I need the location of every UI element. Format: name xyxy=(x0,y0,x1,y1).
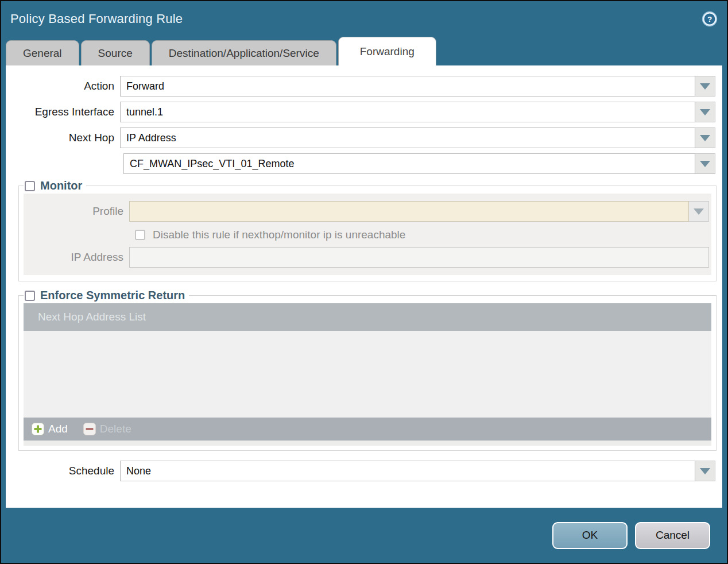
chevron-down-icon xyxy=(694,208,704,215)
profile-value xyxy=(129,201,689,222)
schedule-row: Schedule None xyxy=(6,461,722,481)
table-header: Next Hop Address List xyxy=(24,303,711,331)
enforce-title: Enforce Symmetric Return xyxy=(40,289,185,302)
ok-button[interactable]: OK xyxy=(552,522,628,549)
schedule-dropdown[interactable]: None xyxy=(120,461,715,481)
chevron-down-icon xyxy=(700,83,710,90)
next-hop-row: Next Hop IP Address xyxy=(6,128,722,148)
monitor-title: Monitor xyxy=(40,179,82,192)
enforce-symmetric-return-checkbox[interactable] xyxy=(25,291,35,301)
pbf-rule-dialog: Policy Based Forwarding Rule ? General S… xyxy=(0,0,728,564)
action-value: Forward xyxy=(120,76,695,96)
enforce-symmetric-return-section: Enforce Symmetric Return Next Hop Addres… xyxy=(18,289,717,451)
table-bottom-strip xyxy=(24,441,711,446)
help-icon[interactable]: ? xyxy=(702,11,718,27)
egress-interface-row: Egress Interface tunnel.1 xyxy=(6,102,722,122)
add-button[interactable]: Add xyxy=(32,423,68,435)
cancel-button[interactable]: Cancel xyxy=(635,522,710,549)
chevron-down-icon xyxy=(700,468,710,474)
monitor-panel: Profile Disable this rule if nexthop/mon… xyxy=(24,194,711,275)
monitor-legend: Monitor xyxy=(24,179,86,192)
monitor-ip-row: IP Address xyxy=(24,247,709,268)
dialog-footer: OK Cancel xyxy=(1,508,727,563)
schedule-value: None xyxy=(120,461,695,481)
tab-destination-application-service[interactable]: Destination/Application/Service xyxy=(152,40,336,65)
chevron-down-icon xyxy=(700,161,710,167)
next-hop-type-value: IP Address xyxy=(120,128,695,148)
action-label: Action xyxy=(6,80,120,92)
next-hop-type-dropdown-button[interactable] xyxy=(695,128,715,148)
forwarding-tab-panel: Action Forward Egress Interface tunnel.1… xyxy=(6,65,722,508)
enforce-legend: Enforce Symmetric Return xyxy=(24,289,189,302)
profile-row: Profile xyxy=(24,201,709,222)
delete-button-label: Delete xyxy=(100,423,131,435)
minus-icon xyxy=(83,423,96,435)
plus-icon xyxy=(32,423,44,435)
egress-interface-dropdown[interactable]: tunnel.1 xyxy=(120,102,715,122)
tab-bar: General Source Destination/Application/S… xyxy=(1,37,727,65)
add-button-label: Add xyxy=(48,423,68,435)
profile-dropdown xyxy=(129,201,709,222)
next-hop-address-dropdown-button[interactable] xyxy=(695,153,715,174)
table-toolbar: Add Delete xyxy=(24,418,711,441)
schedule-dropdown-button[interactable] xyxy=(695,461,715,481)
action-dropdown[interactable]: Forward xyxy=(120,76,715,96)
next-hop-address-list-table: Next Hop Address List Add xyxy=(24,303,711,446)
tab-forwarding[interactable]: Forwarding xyxy=(338,37,436,65)
delete-button: Delete xyxy=(83,423,131,435)
table-body[interactable] xyxy=(24,331,711,418)
monitor-ip-label: IP Address xyxy=(24,251,129,264)
dialog-title: Policy Based Forwarding Rule xyxy=(10,11,183,26)
profile-label: Profile xyxy=(24,205,129,218)
action-dropdown-button[interactable] xyxy=(695,76,715,96)
disable-rule-checkbox xyxy=(135,230,145,240)
disable-rule-label: Disable this rule if nexthop/monitor ip … xyxy=(153,229,405,241)
svg-text:?: ? xyxy=(707,15,712,24)
monitor-checkbox[interactable] xyxy=(25,181,35,191)
egress-interface-label: Egress Interface xyxy=(6,106,120,118)
chevron-down-icon xyxy=(700,135,710,141)
disable-rule-row: Disable this rule if nexthop/monitor ip … xyxy=(135,229,709,241)
chevron-down-icon xyxy=(700,109,710,115)
next-hop-address-value: CF_MWAN_IPsec_VTI_01_Remote xyxy=(123,153,695,174)
schedule-label: Schedule xyxy=(6,465,120,477)
action-row: Action Forward xyxy=(6,76,722,96)
tab-source[interactable]: Source xyxy=(81,40,150,65)
profile-dropdown-button xyxy=(689,201,709,222)
next-hop-address-row: CF_MWAN_IPsec_VTI_01_Remote xyxy=(6,153,722,174)
tab-general[interactable]: General xyxy=(6,40,79,65)
next-hop-address-dropdown[interactable]: CF_MWAN_IPsec_VTI_01_Remote xyxy=(123,153,715,174)
egress-interface-dropdown-button[interactable] xyxy=(695,102,715,122)
next-hop-label: Next Hop xyxy=(6,132,120,144)
next-hop-type-dropdown[interactable]: IP Address xyxy=(120,128,715,148)
monitor-section: Monitor Profile Disable this rule if nex… xyxy=(18,179,717,281)
dialog-titlebar: Policy Based Forwarding Rule ? xyxy=(1,1,727,37)
monitor-ip-input xyxy=(129,247,709,268)
egress-interface-value: tunnel.1 xyxy=(120,102,695,122)
